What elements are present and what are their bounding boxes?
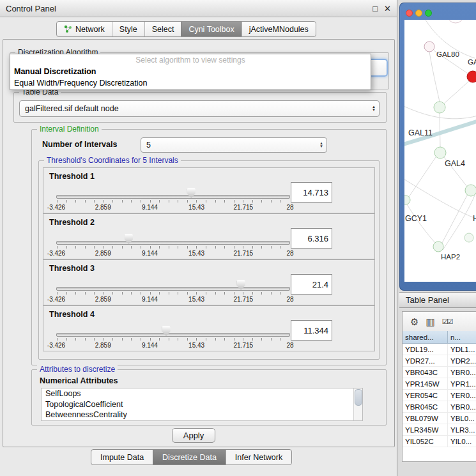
slider-scale: -3.4262.8599.14415.4321.71528: [56, 204, 290, 211]
threshold-4-value-field[interactable]: 11.344: [291, 320, 332, 341]
list-scrollbar[interactable]: [353, 388, 362, 420]
table-row[interactable]: YBL079WYBL0...: [403, 413, 476, 424]
attribute-list-item[interactable]: BetweennessCentrality: [42, 410, 354, 420]
slider-scale-label: 2.859: [95, 250, 111, 257]
threshold-label: Threshold 4: [49, 310, 95, 319]
close-traffic-light[interactable]: [406, 10, 413, 17]
table-row[interactable]: YER054CYER0...: [403, 390, 476, 401]
slider-scale-label: 21.715: [234, 204, 254, 211]
table-cell[interactable]: YLR345W: [403, 424, 448, 435]
minimize-traffic-light[interactable]: [415, 10, 422, 17]
threshold-4-box: Threshold 4 -3.4262.8599.14415.4321.7152…: [43, 305, 375, 351]
tab-cyni-toolbox[interactable]: Cyni Toolbox: [181, 22, 241, 36]
dropdown-option-manual-discretization[interactable]: Manual Discretization: [10, 66, 371, 77]
tab-select[interactable]: Select: [144, 22, 181, 36]
network-node[interactable]: [464, 233, 473, 242]
node-label: GAL11: [408, 128, 433, 137]
table-cell[interactable]: YER0...: [448, 390, 476, 401]
number-of-intervals-combobox[interactable]: 5 ▲ ▼: [141, 137, 327, 153]
threshold-4-slider[interactable]: -3.4262.8599.14415.4321.71528: [56, 323, 290, 349]
show-columns-icon[interactable]: ▥: [426, 317, 434, 326]
column-header-name[interactable]: n...: [448, 331, 476, 344]
close-icon[interactable]: ✕: [384, 4, 391, 13]
slider-track: [56, 333, 290, 337]
network-node[interactable]: [434, 147, 446, 158]
table-cell[interactable]: YBR0...: [448, 401, 476, 412]
slider-scale-label: 9.144: [142, 296, 158, 303]
table-panel-header[interactable]: Table Panel: [399, 292, 476, 308]
table-cell[interactable]: YBL0...: [448, 413, 476, 424]
numerical-attributes-label: Numerical Attributes: [40, 376, 118, 385]
table-cell[interactable]: YBR045C: [403, 401, 448, 412]
tab-infer-network[interactable]: Infer Network: [226, 450, 291, 464]
threshold-3-value-field[interactable]: 21.4: [291, 274, 332, 295]
float-window-icon[interactable]: □: [372, 4, 378, 13]
table-row[interactable]: YBR043CYBR0...: [403, 367, 476, 378]
network-canvas[interactable]: GAL80 GA GAL11 GAL4 GCY1 H HAP2: [404, 20, 476, 282]
control-panel-window: Control Panel □ ✕ Network Style Select: [0, 0, 397, 476]
table-row[interactable]: YLR345WYLR3...: [403, 424, 476, 436]
column-header-shared-name[interactable]: shared...: [403, 331, 448, 344]
node-label: HAP2: [441, 253, 460, 261]
node-label: H: [473, 214, 476, 223]
screen: Control Panel □ ✕ Network Style Select: [0, 0, 476, 476]
tab-style[interactable]: Style: [112, 22, 144, 36]
network-node[interactable]: [404, 196, 410, 204]
threshold-label: Threshold 3: [49, 264, 95, 273]
table-panel: ⚙ ▥ ☑☑ shared... n... YDL19...YDL1...YDR…: [402, 311, 476, 462]
table-cell[interactable]: YPR1...: [448, 378, 476, 389]
table-cell[interactable]: YIL0...: [448, 436, 476, 447]
tab-label: jActiveMNodules: [249, 25, 309, 34]
threshold-3-slider[interactable]: -3.4262.8599.14415.4321.71528: [56, 277, 290, 303]
table-cell[interactable]: YIL052C: [403, 436, 448, 447]
scrollbar-thumb[interactable]: [355, 389, 362, 406]
table-row[interactable]: YPR145WYPR1...: [403, 378, 476, 390]
dropdown-option-equal-width-frequency[interactable]: Equal Width/Frequency Discretization: [10, 77, 371, 89]
select-columns-checks-icon[interactable]: ☑☑: [442, 318, 452, 325]
selected-network-node[interactable]: [467, 71, 476, 82]
tab-discretize-data[interactable]: Discretize Data: [153, 450, 226, 464]
table-cell[interactable]: YPR145W: [403, 378, 448, 389]
combo-up-down-icon: ▲ ▼: [319, 142, 323, 148]
table-row[interactable]: YBR045CYBR0...: [403, 401, 476, 413]
table-cell[interactable]: YLR3...: [448, 424, 476, 435]
table-cell[interactable]: YBR0...: [448, 367, 476, 378]
slider-scale-label: 28: [286, 250, 293, 257]
table-data-group: Table Data galFiltered.sif default node …: [13, 92, 387, 123]
tab-impute-data[interactable]: Impute Data: [91, 450, 153, 464]
network-node[interactable]: [434, 102, 445, 113]
table-row[interactable]: YDL19...YDL1...: [403, 344, 476, 355]
table-cell[interactable]: YBL079W: [403, 413, 448, 424]
algorithm-dropdown-popup: Select algorithm to view settings Manual…: [10, 54, 371, 90]
network-node[interactable]: [465, 185, 476, 196]
table-settings-gear-icon[interactable]: ⚙: [410, 317, 418, 326]
slider-scale-label: -3.426: [47, 342, 65, 349]
numerical-attributes-list[interactable]: SelfLoopsTopologicalCoefficientBetweenne…: [41, 388, 363, 421]
apply-button[interactable]: Apply: [172, 428, 215, 443]
table-data-combobox[interactable]: galFiltered.sif default node ▲ ▼: [19, 100, 380, 117]
network-node[interactable]: [447, 20, 464, 23]
network-node[interactable]: [433, 242, 443, 252]
tab-label: Discretize Data: [162, 453, 217, 462]
tab-network[interactable]: Network: [57, 22, 112, 36]
threshold-2-value-field[interactable]: 6.316: [291, 228, 332, 249]
table-row[interactable]: YIL052CYIL0...: [403, 436, 476, 447]
attributes-to-discretize-group: Attributes to discretize Numerical Attri…: [31, 369, 387, 426]
table-cell[interactable]: YDR2...: [448, 355, 476, 366]
threshold-2-slider[interactable]: -3.4262.8599.14415.4321.71528: [56, 231, 290, 257]
threshold-1-value-field[interactable]: 14.713: [291, 182, 332, 203]
slider-ticks: [57, 338, 289, 341]
network-node[interactable]: [424, 42, 434, 52]
table-cell[interactable]: YDL19...: [403, 344, 448, 355]
table-row[interactable]: YDR27...YDR2...: [403, 355, 476, 367]
table-cell[interactable]: YER054C: [403, 390, 448, 401]
table-cell[interactable]: YBR043C: [403, 367, 448, 378]
table-cell[interactable]: YDL1...: [448, 344, 476, 355]
zoom-traffic-light[interactable]: [425, 10, 432, 17]
slider-scale-label: -3.426: [47, 296, 65, 303]
threshold-1-slider[interactable]: -3.4262.8599.14415.4321.71528: [56, 185, 290, 211]
tab-jactivemnodules[interactable]: jActiveMNodules: [242, 22, 316, 36]
attribute-list-item[interactable]: SelfLoops: [42, 388, 354, 399]
table-cell[interactable]: YDR27...: [403, 355, 448, 366]
attribute-list-item[interactable]: TopologicalCoefficient: [42, 399, 354, 410]
